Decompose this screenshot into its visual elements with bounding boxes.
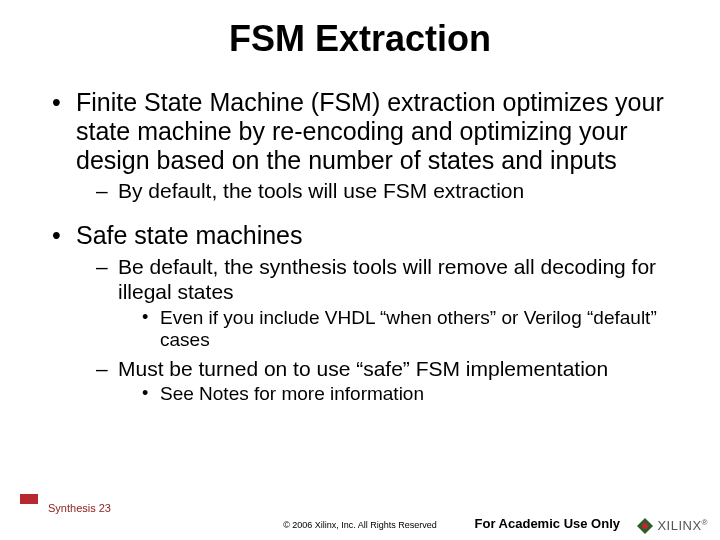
bullet-text: Safe state machines [76, 221, 303, 249]
bullet-fsm-extraction: Finite State Machine (FSM) extraction op… [48, 88, 684, 203]
bullet-text: Be default, the synthesis tools will rem… [118, 255, 656, 303]
slide-footer: Synthesis 23 © 2006 Xilinx, Inc. All Rig… [0, 502, 720, 540]
bullet-text: By default, the tools will use FSM extra… [118, 179, 524, 202]
slide-content: Finite State Machine (FSM) extraction op… [0, 88, 720, 406]
logo-word: XILINX [657, 519, 701, 534]
sub-bullet-turn-on-safe: Must be turned on to use “safe” FSM impl… [96, 356, 684, 406]
bullet-text: Finite State Machine (FSM) extraction op… [76, 88, 664, 174]
xilinx-logo-text: XILINX® [657, 518, 708, 533]
slide-title: FSM Extraction [0, 0, 720, 88]
xilinx-logo: XILINX® [637, 518, 708, 534]
bullet-text: Even if you include VHDL “when others” o… [160, 307, 657, 351]
sub-bullet-default-fsm: By default, the tools will use FSM extra… [96, 178, 684, 203]
xilinx-logo-icon [637, 518, 653, 534]
registered-mark: ® [702, 518, 708, 527]
subsub-bullet-see-notes: See Notes for more information [140, 383, 684, 406]
footer-academic-use: For Academic Use Only [475, 516, 620, 531]
sub-bullet-remove-decoding: Be default, the synthesis tools will rem… [96, 254, 684, 352]
bullet-text: Must be turned on to use “safe” FSM impl… [118, 357, 608, 380]
footer-section-label: Synthesis 23 [48, 502, 111, 514]
bullet-text: See Notes for more information [160, 383, 424, 404]
bullet-safe-state-machines: Safe state machines Be default, the synt… [48, 221, 684, 406]
subsub-bullet-vhdl-verilog: Even if you include VHDL “when others” o… [140, 307, 684, 353]
